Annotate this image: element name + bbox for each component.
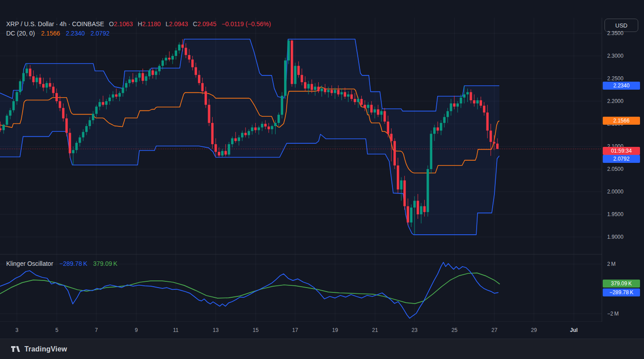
klinger-legend[interactable]: Klinger Oscillator −289.78 K 379.09 K [6, 260, 118, 267]
price-scale[interactable]: USD 2.35002.30002.25002.20002.15002.1000… [602, 18, 644, 339]
time-axis-label: 25 [451, 327, 457, 333]
time-axis-label: 15 [253, 327, 258, 333]
time-axis-label: 11 [173, 327, 178, 333]
donchian-basis-value: 2.1566 [41, 30, 60, 37]
time-axis-label: 13 [213, 327, 218, 333]
time-axis-label: 9 [135, 327, 138, 333]
open-label: O [109, 20, 114, 28]
tradingview-logo-icon [11, 345, 20, 354]
time-axis-label: 29 [531, 327, 537, 333]
axis-value-badge: 2.2340 [603, 82, 640, 90]
time-axis-label: 17 [292, 327, 298, 333]
klinger-value: −289.78 K [59, 260, 87, 267]
close-value: 2.0945 [198, 20, 217, 28]
axis-value-badge: 01:59:34 [603, 147, 640, 155]
price-axis-label: 1.9500 [607, 211, 624, 217]
time-axis-label: Jul [570, 327, 577, 333]
time-axis-label: 23 [411, 327, 417, 333]
price-axis-label: 2.2000 [607, 98, 624, 104]
donchian-legend[interactable]: DC (20, 0) 2.1566 2.2340 2.0792 [6, 30, 110, 37]
oscillator-axis-label: 2 M [607, 261, 616, 267]
price-axis-label: 2.2500 [607, 75, 624, 82]
time-axis-label: 27 [491, 327, 497, 333]
change-value: −0.0119 (−0.56%) [221, 20, 271, 28]
price-axis-label: 2.0500 [607, 166, 624, 172]
low-label: L [166, 20, 169, 28]
axis-value-badge: 379.09 K [603, 280, 640, 288]
time-axis-label: 3 [16, 327, 19, 333]
axis-value-badge: 2.0792 [603, 155, 640, 163]
axis-value-badge: −289.78 K [603, 288, 640, 296]
tradingview-published-chart: { "topbar": { "text": "ParshwaTurakhiya2… [0, 0, 644, 359]
tradingview-logo[interactable]: TradingView [11, 345, 67, 354]
time-axis-label: 21 [372, 327, 378, 333]
klinger-signal-value: 379.09 K [93, 260, 118, 267]
price-chart-canvas[interactable] [0, 0, 644, 339]
time-scale[interactable]: 357911131517192123252729Jul [0, 322, 644, 339]
time-axis-label: 5 [55, 327, 59, 333]
high-value: 2.1180 [142, 20, 161, 28]
symbol-legend[interactable]: XRP / U.S. Dollar · 4h · COINBASE O2.106… [6, 20, 271, 28]
price-axis-label: 1.9000 [607, 234, 624, 240]
time-axis-label: 19 [332, 327, 338, 333]
open-value: 2.1063 [114, 20, 133, 28]
high-label: H [138, 20, 142, 28]
donchian-upper-value: 2.2340 [66, 30, 85, 37]
time-axis-label: 7 [95, 327, 98, 333]
donchian-lower-value: 2.0792 [91, 30, 110, 37]
symbol-title: XRP / U.S. Dollar · 4h · COINBASE [6, 20, 104, 28]
klinger-title: Klinger Oscillator [6, 260, 53, 267]
oscillator-axis-label: −2 M [607, 311, 619, 317]
close-label: C [193, 20, 198, 28]
attribution-bar: TradingView [0, 339, 644, 359]
low-value: 2.0943 [169, 20, 188, 28]
tradingview-logo-text: TradingView [24, 345, 67, 353]
axis-value-badge: 2.1566 [603, 117, 640, 125]
price-axis-label: 2.3500 [607, 30, 624, 36]
price-axis-label: 2.0000 [607, 189, 624, 195]
donchian-title: DC (20, 0) [6, 30, 35, 37]
price-axis-label: 2.3000 [607, 53, 624, 59]
